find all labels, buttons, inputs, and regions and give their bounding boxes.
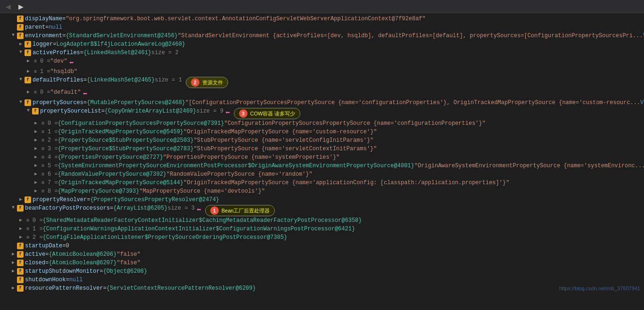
annotation-text3: COW容器 读多写少 [250,110,296,117]
type-ref: {RandomValuePropertySource@7392} [58,171,166,178]
expand-ap[interactable]: ▼ [17,49,25,55]
list-icon: ≡ [32,58,39,65]
expand-bfpp0[interactable]: ▶ [17,217,25,223]
val: "OriginTrackedMapPropertySource {name='c… [183,129,377,135]
expand-active[interactable]: ▶ [9,251,17,257]
key: shutdownHook [25,277,66,283]
val: {ConfigurationWarningsApplicationContext… [43,226,355,232]
f-icon: f [17,285,24,292]
list-icon: ≡ [25,226,31,232]
expand-psl2[interactable]: ▶ [32,137,40,143]
key: active [25,251,45,258]
key: 0 = [48,120,58,127]
expand-rpr[interactable]: ▶ [9,285,17,291]
expand-ap1[interactable]: ▶ [25,68,32,74]
val: "StubPropertySource {name='servletContex… [194,146,377,152]
expand-psl[interactable]: ▼ [25,108,32,113]
type-ref: {AtomicBoolean@6207} [49,260,116,266]
expand-psl4[interactable]: ▶ [32,154,40,160]
expand-bfpp[interactable]: ▼ [9,205,17,210]
arrow-pink: ⬅ [69,58,74,67]
annotation-text1: Bean工厂后置处理器 [222,207,270,214]
type-ref: {OriginTrackedMapPropertySource@5459} [58,129,183,135]
f-icon: f [25,77,31,83]
list-icon: ≡ [40,129,46,135]
expand-psl7[interactable]: ▶ [32,179,40,185]
line-activeProfiles: ▼ f activeProfiles = {LinkedHashSet@2461… [0,49,644,57]
key: 1 = [33,226,43,232]
expand-logger[interactable]: ▶ [17,41,25,47]
line-propertyResolver: ▶ f propertyResolver = {PropertySourcesP… [0,196,644,204]
val: null [69,277,83,283]
key: displayName [25,16,62,22]
key: 1 = [48,129,58,135]
type-ref: {PropertiesPropertySource@2727} [58,154,163,161]
val: {ServletContextResourcePatternResolver@6… [107,285,256,292]
view-link[interactable]: View [640,99,644,106]
type-ref: {ArrayList@6205} [113,205,167,212]
op: = [83,99,87,106]
list-icon: ≡ [32,89,39,96]
expand-dp0[interactable]: ▶ [25,89,32,95]
op: = [66,277,69,283]
expand-psl1[interactable]: ▶ [32,129,40,134]
op: = [87,196,90,203]
expand-psl8[interactable]: ▶ [32,188,40,194]
size: size = 9 [196,108,223,114]
list-icon: ≡ [40,179,46,186]
size: size = 3 [167,205,195,212]
op: = [45,24,49,31]
expand-pr[interactable]: ▶ [17,196,25,202]
expand-ssm[interactable]: ▶ [9,268,17,274]
key: environment [25,33,62,39]
line-psl-3: ▶ ≡ 3 = {PropertySource$StubPropertySour… [0,145,644,154]
key: 2 = [33,234,43,241]
val: LogAdapter$$lf4jLocationAwareLog@2460} [56,41,185,48]
val: "StandardServletEnvironment {activeProfi… [178,33,643,39]
arrow-bfpp: ⬅ [197,205,201,214]
val: {Object@6208} [103,268,148,275]
expand-ap0[interactable]: ▶ [25,58,32,64]
expand-environment[interactable]: ▼ [9,33,17,38]
type-ref: {SystemEnvironmentPropertySourceEnvironm… [58,163,414,169]
expand-psl6[interactable]: ▶ [32,171,40,177]
forward-button[interactable]: ▶ [17,2,25,11]
val: {SharedMetadataReaderFactoryContextIniti… [43,217,362,224]
list-icon: ≡ [40,171,46,178]
key: 6 = [48,171,58,178]
key: 3 = [48,146,58,152]
line-bfpp-2: ▶ ≡ 2 = {ConfigFileApplicationListener$P… [0,234,644,242]
op: = [62,16,66,22]
line-environment: ▼ f environment = {StandardServletEnviro… [0,32,644,41]
type-ref: {OriginTrackedMapPropertySource@5144} [58,179,183,186]
list-icon: ≡ [25,234,31,241]
expand-psl3[interactable]: ▶ [32,146,40,151]
val: "default" [50,89,81,96]
expand-ps[interactable]: ▼ [17,99,25,105]
watermark: https://blog.csdn.net/mb_37607941 [559,286,640,291]
val: "org.springframework.boot.web.servlet.co… [66,16,425,22]
expand-bfpp2[interactable]: ▶ [17,234,25,240]
val: 0 [66,243,69,249]
expand-psl0[interactable]: ▶ [32,120,40,126]
expand-dp[interactable]: ▼ [17,77,25,82]
f-icon: f [25,99,31,106]
type-ref: {CopyOnWriteArrayList@2469} [105,108,196,114]
key: 0 = [33,217,43,224]
op: = [62,243,66,249]
list-icon: ≡ [40,163,46,169]
expand-closed[interactable]: ▶ [9,260,17,265]
debug-tree-content: f displayName = "org.springframework.boo… [0,13,644,310]
val: "OriginTrackedMapPropertySource {name='a… [183,179,509,186]
expand-psl5[interactable]: ▶ [32,163,40,168]
annotation-bean: 1 Bean工厂后置处理器 [205,205,275,216]
line-bfpp-1: ▶ ≡ 1 = {ConfigurationWarningsApplicatio… [0,225,644,234]
expand-bfpp1[interactable]: ▶ [17,226,25,231]
key: 7 = [48,179,58,186]
type-ref: {PropertySource$StubPropertySource@2783} [58,146,194,152]
line-startupShutdownMonitor: ▶ f startupShutdownMonitor = {Object@620… [0,268,644,276]
type-ref: {LinkedHashSet@2465} [87,77,155,83]
back-button[interactable]: ◀ [4,2,13,11]
op: = [99,268,103,275]
scroll-content: f displayName = "org.springframework.boo… [0,15,644,293]
